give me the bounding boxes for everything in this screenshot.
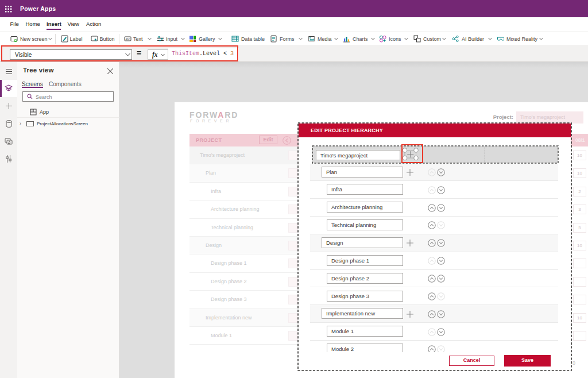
svg-text:Abc: Abc xyxy=(126,38,131,41)
